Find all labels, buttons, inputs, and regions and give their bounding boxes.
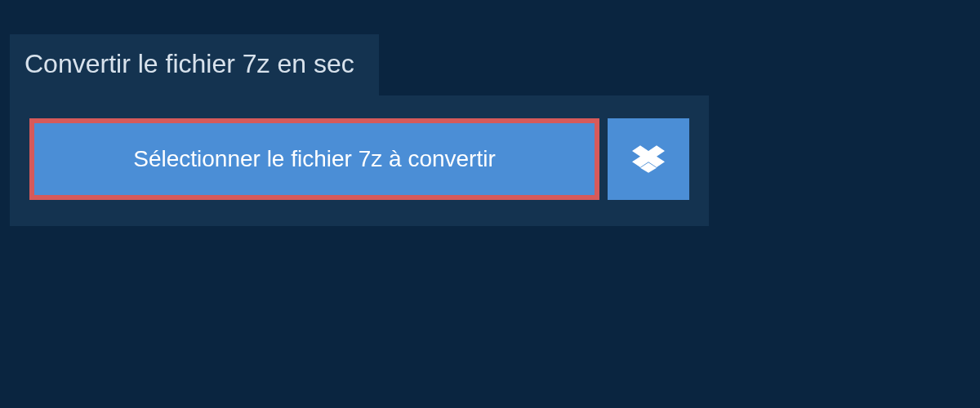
tab-bar: Convertir le fichier 7z en sec [10, 34, 980, 95]
converter-panel: Sélectionner le fichier 7z à convertir [10, 95, 709, 226]
dropbox-icon [632, 143, 665, 175]
tab-label: Convertir le fichier 7z en sec [24, 49, 354, 78]
tab-convert[interactable]: Convertir le fichier 7z en sec [10, 34, 379, 95]
select-file-label: Sélectionner le fichier 7z à convertir [133, 146, 496, 172]
action-buttons-row: Sélectionner le fichier 7z à convertir [29, 118, 689, 200]
select-file-button[interactable]: Sélectionner le fichier 7z à convertir [29, 118, 599, 200]
dropbox-button[interactable] [608, 118, 689, 200]
